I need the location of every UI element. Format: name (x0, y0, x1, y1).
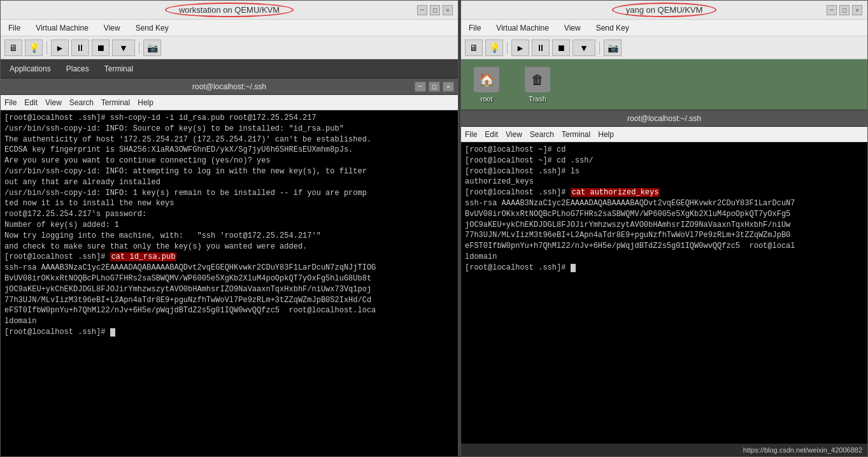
right-line-1: [root@localhost ~]# cd .ssh/ (465, 156, 864, 166)
left-minimize-btn[interactable]: ─ (417, 5, 427, 15)
left-dropdown-btn[interactable]: ▼ (112, 40, 135, 56)
left-window: workstation on QEMU/KVM ─ □ ✕ File Virtu… (0, 0, 459, 457)
left-menu-vm[interactable]: Virtual Machine (33, 22, 91, 34)
right-menu-vm[interactable]: Virtual Machine (494, 22, 551, 34)
right-stop-btn[interactable]: ⏹ (552, 40, 570, 56)
right-terminal-content[interactable]: [root@localhost ~]# cd [root@localhost ~… (461, 142, 867, 444)
left-terminal-maximize[interactable]: □ (429, 82, 440, 92)
left-tmenu-edit[interactable]: Edit (24, 98, 38, 107)
right-toolbar-sep1 (507, 41, 508, 54)
right-dropdown-btn[interactable]: ▼ (573, 40, 595, 56)
left-appbar-places[interactable]: Places (62, 63, 93, 75)
right-line-11: [root@localhost .ssh]# (465, 263, 864, 273)
right-screenshot-btn[interactable]: 📷 (604, 40, 622, 56)
left-cursor (110, 328, 115, 337)
right-menu-file[interactable]: File (466, 22, 483, 34)
right-window-controls: ─ □ ✕ (827, 5, 862, 15)
right-monitor-btn[interactable]: 🖥 (465, 40, 483, 56)
left-tmenu-view[interactable]: View (45, 98, 62, 107)
left-terminal-minimize[interactable]: ─ (415, 82, 426, 92)
left-appbar-terminal[interactable]: Terminal (101, 63, 137, 75)
status-bar: https://blog.csdn.net/weixin_42006882 (461, 444, 867, 456)
right-close-btn[interactable]: ✕ (852, 5, 862, 15)
left-menu-file[interactable]: File (6, 22, 23, 34)
left-line-6: out any that are already installed (4, 177, 454, 188)
right-window-title: yang on QEMU/KVM (612, 3, 717, 17)
right-desktop-icon-trash[interactable]: 🗑 Trash (525, 67, 550, 103)
right-desktop-icon-root[interactable]: 🏠 root (474, 67, 499, 103)
right-icon-root-label: root (481, 95, 493, 103)
left-menu-view[interactable]: View (101, 22, 123, 34)
left-line-23: [root@localhost .ssh]# (4, 327, 454, 338)
left-terminal-title: root@localhost:~/.ssh (192, 82, 266, 91)
left-line-1: /usr/bin/ssh-copy-id: INFO: Source of ke… (4, 124, 454, 134)
right-line-8: 77h3UJN/MLvIizM3t96eBI+L2Apn4aTdr8E9+pgu… (465, 230, 864, 241)
left-screenshot-btn[interactable]: 📷 (143, 40, 161, 56)
left-cmd-highlight: cat id_rsa.pub (110, 252, 177, 261)
left-line-16: [root@localhost .ssh]# cat id_rsa.pub (4, 252, 454, 263)
right-line-3: authorized_keys (465, 177, 864, 187)
right-cursor (571, 264, 576, 272)
left-toolbar-sep1 (46, 41, 47, 54)
right-desktop-area: 🏠 root 🗑 Trash (461, 59, 867, 110)
right-tmenu-edit[interactable]: Edit (485, 130, 498, 139)
right-tmenu-view[interactable]: View (506, 130, 522, 139)
left-line-8: ted now it is to install the new keys (4, 198, 454, 209)
left-line-7: /usr/bin/ssh-copy-id: INFO: 1 key(s) rem… (4, 188, 454, 199)
left-terminal-menu: File Edit View Search Terminal Help (1, 95, 458, 110)
left-line-3: ECDSA key fingerprint is SHA256:XlaRA3OW… (4, 145, 454, 156)
right-line-6: BvUV08irOKkxRtNOQBcPLhoG7FHRs2saSBWQMV/W… (465, 209, 864, 220)
right-tmenu-terminal[interactable]: Terminal (562, 130, 590, 139)
left-line-0: [root@localhost .ssh]# ssh-copy-id -i id… (4, 113, 454, 124)
right-tmenu-file[interactable]: File (465, 130, 477, 139)
right-line-10: ldomain (465, 252, 864, 263)
left-line-20: 77h3UJN/MLvIizM3t96eBI+L2Apn4aTdr8E9+pgu… (4, 295, 454, 306)
right-icon-root: 🏠 (474, 67, 499, 92)
left-line-18: BvUV08irOKkxRtNOQBcPLhoG7FHRs2saSBWQMV/W… (4, 273, 454, 284)
left-line-13: Now try logging into the machine, with: … (4, 231, 454, 242)
right-play-btn[interactable]: ▶ (511, 40, 529, 56)
right-lightbulb-btn[interactable]: 💡 (485, 40, 503, 56)
right-icon-trash: 🗑 (525, 67, 550, 92)
left-title-bar: workstation on QEMU/KVM ─ □ ✕ (1, 1, 458, 20)
left-tmenu-search[interactable]: Search (69, 98, 94, 107)
right-line-9: eFST0IfbW0pnYu+h7QhMl22/nJv+6H5e/pWqjdBT… (465, 241, 864, 252)
right-cmd-highlight: cat authorized_keys (571, 188, 660, 197)
right-window: yang on QEMU/KVM ─ □ ✕ File Virtual Mach… (460, 0, 868, 457)
left-pause-btn[interactable]: ⏸ (71, 40, 89, 56)
right-maximize-btn[interactable]: □ (839, 5, 850, 15)
left-monitor-btn[interactable]: 🖥 (4, 40, 22, 56)
right-line-4: [root@localhost .ssh]# cat authorized_ke… (465, 187, 864, 198)
left-stop-btn[interactable]: ⏹ (92, 40, 110, 56)
left-line-9: root@172.25.254.217's password: (4, 209, 454, 220)
right-pause-btn[interactable]: ⏸ (532, 40, 550, 56)
left-terminal-close[interactable]: ✕ (443, 82, 454, 92)
left-line-22: ldomain (4, 316, 454, 327)
left-line-17: ssh-rsa AAAAB3NzaC1yc2EAAAADAQABAAAABAQD… (4, 263, 454, 273)
right-menu-sendkey[interactable]: Send Key (594, 22, 632, 34)
right-toolbar-sep2 (599, 41, 600, 54)
left-appbar-applications[interactable]: Applications (6, 63, 55, 75)
left-terminal-content[interactable]: [root@localhost .ssh]# ssh-copy-id -i id… (1, 110, 458, 456)
right-menu-view[interactable]: View (562, 22, 583, 34)
left-tmenu-help[interactable]: Help (138, 98, 153, 107)
left-tmenu-terminal[interactable]: Terminal (101, 98, 130, 107)
right-terminal-title: root@localhost:~/.ssh (627, 114, 701, 123)
left-tmenu-file[interactable]: File (4, 98, 17, 107)
left-toolbar-sep2 (139, 41, 139, 54)
left-line-19: jOC9aKEU+ykChEKDJDGL8FJOJirYmhzwszytAVO0… (4, 284, 454, 295)
right-title-bar: yang on QEMU/KVM ─ □ ✕ (461, 1, 867, 20)
left-lightbulb-btn[interactable]: 💡 (25, 40, 43, 56)
left-menu-bar: File Virtual Machine View Send Key (1, 20, 458, 36)
right-minimize-btn[interactable]: ─ (827, 5, 837, 15)
left-toolbar: 🖥 💡 ▶ ⏸ ⏹ ▼ 📷 (1, 36, 458, 59)
right-tmenu-help[interactable]: Help (598, 130, 614, 139)
left-close-btn[interactable]: ✕ (443, 5, 453, 15)
left-maximize-btn[interactable]: □ (430, 5, 440, 15)
left-line-14: and check to make sure that only the key… (4, 242, 454, 252)
left-menu-sendkey[interactable]: Send Key (133, 22, 171, 34)
left-window-controls: ─ □ ✕ (417, 5, 453, 15)
right-tmenu-search[interactable]: Search (530, 130, 554, 139)
left-terminal-controls: ─ □ ✕ (415, 82, 454, 92)
left-play-btn[interactable]: ▶ (51, 40, 69, 56)
